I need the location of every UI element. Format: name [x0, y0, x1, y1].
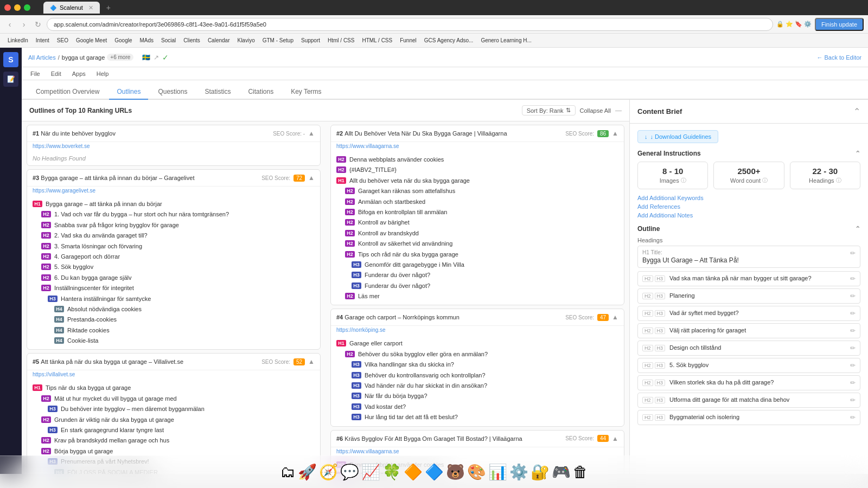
tab-key-terms[interactable]: Key Terms: [283, 85, 329, 100]
dock-numbers[interactable]: 🍀: [382, 463, 401, 481]
url-link-4[interactable]: https://norrköping.se: [331, 326, 624, 335]
bookmark-support[interactable]: Support: [298, 36, 323, 44]
dock-launchpad[interactable]: 🚀: [298, 463, 317, 481]
url-link-5[interactable]: https://villalivet.se: [27, 370, 320, 380]
word-count-info-icon[interactable]: ⓘ: [762, 177, 768, 184]
new-tab-button[interactable]: +: [102, 3, 115, 12]
tab-questions[interactable]: Questions: [150, 85, 195, 100]
bookmark-mads[interactable]: MAds: [136, 36, 157, 44]
share-icon[interactable]: ↗: [154, 54, 159, 61]
more-options-icon[interactable]: —: [615, 107, 622, 114]
outlines-panel: Outlines of Top 10 Ranking URLs Sort By:…: [22, 100, 629, 474]
dock-stocks[interactable]: 📈: [361, 463, 380, 481]
h1-edit-icon[interactable]: ✏: [850, 249, 856, 257]
minimize-button[interactable]: [14, 4, 21, 11]
dock-photoshop[interactable]: 🎨: [467, 463, 486, 481]
bookmark-gcs[interactable]: GCS Agency Adso...: [421, 36, 477, 44]
tab-competition-overview[interactable]: Competition Overview: [28, 85, 107, 100]
collapse-card-1[interactable]: ▲: [308, 130, 315, 137]
url-input[interactable]: [47, 18, 773, 31]
forward-nav-button[interactable]: ›: [18, 19, 29, 30]
brand-logo[interactable]: S: [3, 52, 18, 67]
images-info-icon[interactable]: ⓘ: [681, 177, 686, 184]
add-notes-link[interactable]: Add Additional Notes: [637, 212, 860, 219]
sidebar-icon-1[interactable]: 📝: [3, 72, 18, 87]
collapse-card-2[interactable]: ▲: [612, 130, 618, 137]
collapse-card-6[interactable]: ▲: [612, 435, 618, 442]
bookmark-htmlcss2[interactable]: HTML / CSS: [359, 36, 395, 44]
bookmark-social[interactable]: Social: [158, 36, 179, 44]
close-button[interactable]: [4, 4, 11, 11]
finish-update-button[interactable]: Finish update: [815, 18, 864, 31]
maximize-button[interactable]: [24, 4, 30, 11]
bookmark-klaviyo[interactable]: Klaviyo: [234, 36, 258, 44]
bookmark-googlemeet[interactable]: Google Meet: [73, 36, 110, 44]
collapse-all-button[interactable]: Collapse All: [580, 107, 611, 114]
bookmark-funnel[interactable]: Funnel: [397, 36, 420, 44]
tab-citations[interactable]: Citations: [240, 85, 281, 100]
bookmark-gtm[interactable]: GTM - Setup: [259, 36, 297, 44]
url-link-2[interactable]: https://www.villaagarna.se: [331, 142, 624, 151]
general-instructions-toggle[interactable]: ⌃: [855, 150, 860, 157]
outline-edit-icon[interactable]: ✏: [850, 379, 856, 387]
tab-statistics[interactable]: Statistics: [197, 85, 238, 100]
add-references-link[interactable]: Add References: [637, 203, 860, 210]
outline-edit-icon[interactable]: ✏: [850, 327, 856, 335]
sort-button[interactable]: Sort By: Rank ⇅: [522, 105, 576, 115]
menu-help[interactable]: Help: [94, 69, 111, 78]
check-icon: ✓: [162, 53, 169, 62]
dock-messages[interactable]: 💬: [340, 463, 359, 481]
bookmark-google[interactable]: Google: [111, 36, 135, 44]
all-articles-link[interactable]: All Articles: [28, 54, 56, 61]
heading-item: H2 Bifoga en kontrollplan till anmälan: [336, 207, 618, 217]
more-count-badge[interactable]: +6 more: [107, 54, 133, 61]
outline-edit-icon[interactable]: ✏: [850, 396, 856, 404]
url-number-4: #4 Garage och carport – Norrköpings komm…: [336, 314, 459, 320]
tab-outlines[interactable]: Outlines: [109, 85, 148, 100]
bookmark-clients[interactable]: Clients: [180, 36, 203, 44]
add-keywords-link[interactable]: Add Additional Keywords: [637, 195, 860, 201]
browser-tab[interactable]: 🔷 Scalenut ✕: [43, 2, 100, 14]
menu-file[interactable]: File: [28, 69, 42, 78]
dock-discord[interactable]: 🎮: [552, 463, 571, 481]
top-toolbar: All Articles / bygga ut garage +6 more 🇸…: [22, 48, 868, 67]
collapse-card-5[interactable]: ▲: [308, 358, 315, 365]
back-to-editor-button[interactable]: ← Back to Editor: [816, 54, 861, 61]
collapse-card-3[interactable]: ▲: [308, 174, 315, 182]
back-nav-button[interactable]: ‹: [4, 19, 15, 30]
outline-edit-icon[interactable]: ✏: [850, 362, 856, 369]
menu-edit[interactable]: Edit: [49, 69, 63, 78]
outline-edit-icon[interactable]: ✏: [850, 292, 856, 300]
dock-app4[interactable]: 🐻: [446, 463, 465, 481]
collapse-card-4[interactable]: ▲: [612, 313, 618, 321]
outline-edit-icon[interactable]: ✏: [850, 344, 856, 352]
refresh-button[interactable]: ↻: [33, 19, 43, 30]
dock-finder[interactable]: 🗂: [280, 463, 296, 481]
outline-edit-icon[interactable]: ✏: [850, 414, 856, 421]
url-link-1[interactable]: https://www.boverket.se: [27, 142, 320, 151]
bookmark-seo[interactable]: SEO: [54, 36, 72, 44]
dock-app6[interactable]: ⚙️: [509, 463, 528, 481]
dock-app5[interactable]: 📊: [488, 463, 507, 481]
bookmark-calendar[interactable]: Calendar: [205, 36, 233, 44]
menu-apps[interactable]: Apps: [70, 69, 88, 78]
bookmark-htmlcss[interactable]: Html / CSS: [324, 36, 358, 44]
bookmark-linkedin[interactable]: LinkedIn: [4, 36, 31, 44]
dock-trash[interactable]: 🗑: [573, 463, 588, 481]
download-guidelines-button[interactable]: ↓ ↓ Download Guidelines: [637, 130, 718, 143]
bookmark-intent[interactable]: Intent: [33, 36, 53, 44]
outline-edit-icon[interactable]: ✏: [850, 310, 856, 317]
extensions-area[interactable]: 🔒 ⭐ 🔖 ⚙️: [776, 21, 812, 28]
headings-info-icon[interactable]: ⓘ: [836, 177, 841, 184]
dock-app2[interactable]: 🔶: [404, 463, 423, 481]
outline-section-toggle[interactable]: ⌃: [855, 225, 860, 233]
outline-item: H2H35. Sök bygglov✏: [637, 358, 860, 373]
url-link-3[interactable]: https://www.garagelivet.se: [27, 187, 320, 196]
dock-app3[interactable]: 🔷: [425, 463, 444, 481]
outline-edit-icon[interactable]: ✏: [850, 275, 856, 282]
dock-safari[interactable]: 🧭: [319, 463, 338, 481]
bookmark-genero[interactable]: Genero Learning H...: [477, 36, 534, 44]
dock-app7[interactable]: 🔐: [531, 463, 550, 481]
brief-collapse-button[interactable]: ⌃: [853, 106, 860, 117]
brief-panel: Content Brief ⌃ ↓ ↓ Download Guidelines …: [629, 100, 868, 474]
